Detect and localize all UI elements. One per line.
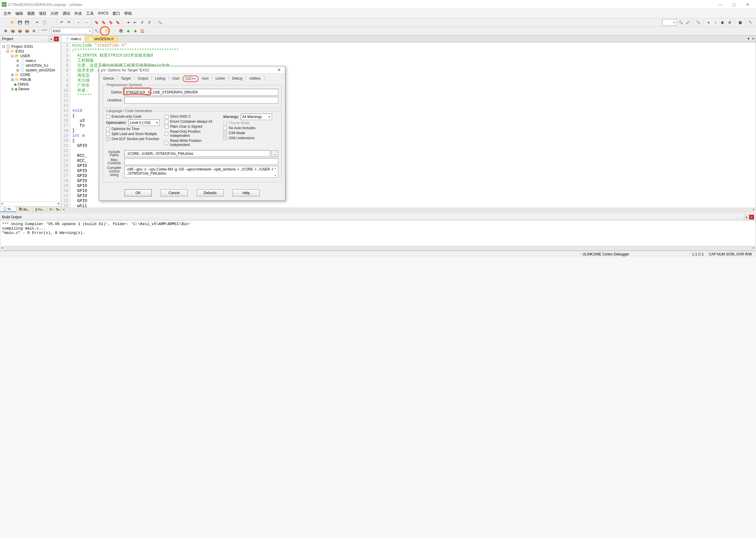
indent-icon[interactable]: ⇥ [125,19,131,26]
pin-icon[interactable]: ▾ [49,36,53,41]
editor-tab-main[interactable]: 📄 main.c [62,36,85,42]
cut-icon[interactable]: ✂ [34,19,40,26]
execute-only-checkbox[interactable]: Execute-only Code [106,114,161,119]
breakpoint-kill-icon[interactable]: ⊘ [727,19,733,26]
minimize-button[interactable]: — [714,1,727,8]
scroll-down-icon[interactable]: ▾ [273,174,277,177]
tab-functions[interactable]: {} Fu... [33,206,47,212]
pack-installer-icon[interactable]: ◆ [125,28,131,34]
panel-close-icon[interactable]: × [54,36,59,41]
menu-window[interactable]: 窗口 [112,11,120,16]
ok-button[interactable]: OK [125,189,152,196]
stop-build-icon[interactable]: ⊘ [31,28,37,34]
tab-target[interactable]: Target [119,76,133,82]
no-auto-includes-checkbox[interactable]: No Auto Includes [223,126,278,130]
tab-close-icon[interactable]: ✕ [752,37,755,40]
new-file-icon[interactable]: 📄 [2,19,9,26]
tab-listing[interactable]: Listing [152,76,168,82]
find-icon[interactable]: 🔍 [156,19,163,26]
scroll-up-icon[interactable]: ▴ [273,167,277,170]
editor-tab-stm32h[interactable]: 📄 stm32f10x.h [85,36,117,42]
maximize-button[interactable]: ▢ [727,1,741,8]
menu-file[interactable]: 文件 [4,11,11,16]
nav-back-icon[interactable]: ← [76,19,82,26]
comment-icon[interactable]: // [139,19,145,26]
menu-peripherals[interactable]: 外设 [74,11,82,16]
include-paths-input[interactable]: ..\CORE;..\USER;..\STM32F10x_FWLib\inc [124,150,270,157]
read-only-pi-checkbox[interactable]: Read-Only Position Independent [165,130,220,138]
breakpoint-enable-icon[interactable]: ○ [712,19,719,26]
find-in-files-icon[interactable]: 🔍 [677,19,684,26]
uncomment-icon[interactable]: // [146,19,152,26]
file-ext-icon[interactable]: 📄 [111,28,117,34]
tab-utilities[interactable]: Utilities [247,76,263,82]
project-tree[interactable]: ⊟ 📋 Project: EX01 ⊟ 📁 EX01 ⊟ 📂 USER ⊞ 📄 … [0,42,61,202]
close-button[interactable]: ✕ [741,1,754,8]
help-button[interactable]: Help [233,189,260,196]
tab-books[interactable]: 📚 Bo... [16,206,33,212]
tree-cmsis[interactable]: CMSIS [18,82,29,86]
tab-c-cpp[interactable]: C/C++ [183,76,199,82]
c99-mode-checkbox[interactable]: C99 Mode [223,131,278,135]
debug-start-icon[interactable]: 🔍 [695,19,701,26]
books-icon[interactable]: 📚 [118,28,124,34]
plain-char-checkbox[interactable]: Plain Char is Signed [165,125,220,129]
menu-edit[interactable]: 编辑 [15,11,23,16]
tab-device[interactable]: Device [101,76,117,82]
tab-asm[interactable]: Asm [199,76,211,82]
tree-group-fwlib[interactable]: FWLIB [20,78,31,82]
menu-project[interactable]: 项目 [39,11,47,16]
incremental-find-icon[interactable]: 🔎 [685,19,691,26]
manage-icon[interactable]: 📁 [104,28,110,34]
tab-output[interactable]: Output [135,76,150,82]
tree-group-user[interactable]: USER [20,54,30,58]
bookmark-icon[interactable]: 🔖 [93,19,100,26]
tree-file[interactable]: stm32f10x_it.c [26,63,48,68]
rte-icon[interactable]: ◆ [132,28,139,34]
tab-user[interactable]: User [170,76,182,82]
tree-device[interactable]: Device [19,87,29,91]
split-load-checkbox[interactable]: Split Load and Store Multiple [106,132,161,136]
warnings-select[interactable]: All Warnings▼ [241,114,272,120]
undo-icon[interactable]: ↶ [58,19,65,26]
undefine-input[interactable] [124,97,278,104]
misc-controls-input[interactable] [124,158,278,165]
translate-icon[interactable]: ⚙ [2,28,9,34]
rebuild-icon[interactable]: 📦 [17,28,23,34]
menu-view[interactable]: 视图 [27,11,35,16]
editor-hscroll-right-icon[interactable]: ▶ [753,208,755,212]
include-paths-browse-button[interactable]: ... [271,150,278,157]
tree-file[interactable]: main.c [26,59,36,63]
batch-build-icon[interactable]: 📦 [24,28,30,34]
copy-icon[interactable]: 📋 [41,19,47,26]
gnu-extensions-checkbox[interactable]: GNU extensions [223,136,278,140]
menu-flash[interactable]: 闪存 [51,11,58,16]
outdent-icon[interactable]: ⇤ [132,19,139,26]
nav-forward-icon[interactable]: → [83,19,89,26]
tab-linker[interactable]: Linker [213,76,227,82]
strict-ansi-checkbox[interactable]: Strict ANSI C [165,114,220,119]
build-output-pin-icon[interactable]: ▾ [744,215,749,219]
enum-container-checkbox[interactable]: Enum Container always int [165,120,220,124]
tab-debug[interactable]: Debug [230,76,245,82]
tab-project[interactable]: 📋 Pr... [0,206,16,212]
find-combo[interactable]: ▼ [662,19,677,26]
one-elf-checkbox[interactable]: One ELF Section per Function [106,137,161,141]
build-icon[interactable]: 📦 [9,28,16,34]
optimize-time-checkbox[interactable]: Optimize for Time [106,127,161,131]
tree-target[interactable]: EX01 [16,49,24,53]
read-write-pi-checkbox[interactable]: Read-Write Position Independent [165,138,220,147]
target-options-icon[interactable]: 🔧 [93,28,100,34]
save-all-icon[interactable]: 💾 [24,19,30,26]
dialog-titlebar[interactable]: µV Options for Target 'EX01' ✕ [99,66,285,74]
paste-icon[interactable]: 📄 [48,19,55,26]
target-selector[interactable]: EX01▼ [51,28,93,34]
editor-hscroll-left-icon[interactable]: ◀ [62,208,64,212]
simulator-icon[interactable]: 🏠 [139,28,145,34]
save-icon[interactable]: 💾 [17,19,23,26]
menu-help[interactable]: 帮助 [124,11,132,16]
tree-root[interactable]: Project: EX01 [12,44,33,49]
bo-hscroll-left-icon[interactable]: ◀ [1,246,3,250]
menu-debug[interactable]: 调试 [63,11,70,16]
bookmark-prev-icon[interactable]: 🔖 [100,19,107,26]
